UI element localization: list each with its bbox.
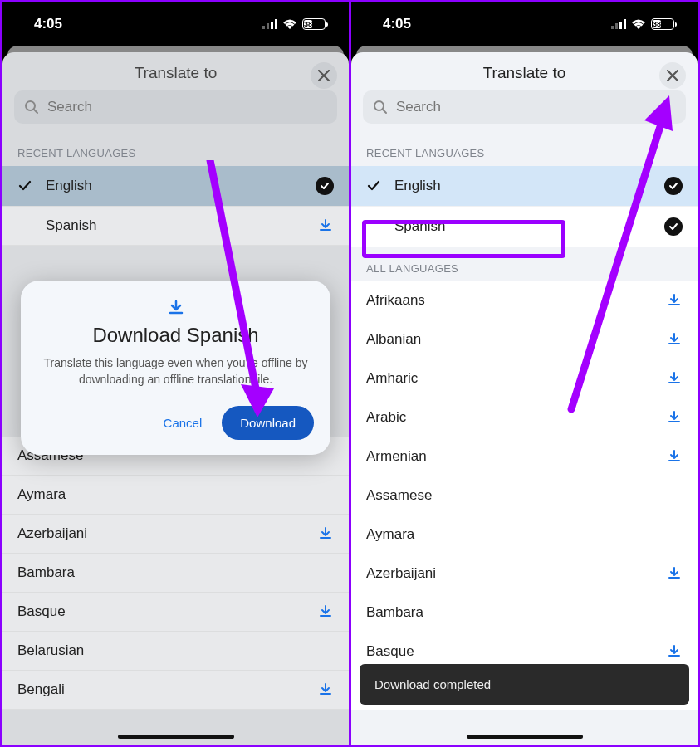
recent-list: English Spanish [2, 166, 349, 246]
list-item[interactable]: Aymara [2, 476, 349, 515]
svg-rect-8 [611, 26, 614, 29]
dialog-title: Download Spanish [37, 324, 314, 347]
list-item[interactable]: Amharic [351, 359, 698, 398]
download-icon[interactable] [666, 409, 683, 426]
svg-line-5 [34, 110, 37, 113]
search-input[interactable] [396, 99, 676, 115]
recent-section-label: RECENT LANGUAGES [2, 132, 349, 166]
wifi-icon [282, 19, 297, 30]
list-item-english[interactable]: English [2, 166, 349, 207]
sheet-title: Translate to [135, 64, 218, 82]
all-section-label: ALL LANGUAGES [351, 247, 698, 281]
wifi-icon [631, 19, 646, 30]
search-box[interactable] [363, 90, 686, 124]
language-sheet: Translate to RECENT LANGUAGES English [351, 52, 698, 745]
list-item[interactable]: Albanian [351, 320, 698, 359]
download-icon [37, 299, 314, 317]
download-icon[interactable] [317, 603, 334, 620]
svg-rect-9 [615, 23, 618, 29]
search-input[interactable] [47, 99, 327, 115]
sheet-header: Translate to [351, 52, 698, 90]
list-item-english[interactable]: English [351, 166, 698, 207]
status-icons: 38 [262, 18, 326, 30]
status-icons: 38 [611, 18, 674, 30]
list-item[interactable]: Afrikaans [351, 281, 698, 320]
check-icon [366, 178, 394, 193]
toast-text: Download completed [374, 677, 491, 691]
notch [475, 14, 575, 42]
check-icon [17, 178, 46, 193]
svg-rect-3 [275, 19, 277, 29]
list-item-spanish[interactable]: Spanish [2, 207, 349, 246]
download-icon[interactable] [317, 681, 334, 698]
list-item[interactable]: Bambara [2, 554, 349, 593]
toast: Download completed [360, 664, 689, 705]
download-icon[interactable] [666, 448, 683, 465]
home-indicator[interactable] [118, 735, 234, 739]
cancel-button[interactable]: Cancel [152, 408, 214, 438]
list-item[interactable]: Arabic [351, 398, 698, 437]
download-icon[interactable] [666, 643, 683, 660]
download-icon[interactable] [666, 565, 683, 582]
language-label: English [46, 178, 316, 194]
svg-rect-11 [624, 19, 626, 29]
svg-rect-10 [619, 22, 622, 29]
close-icon [667, 70, 678, 81]
list-item[interactable]: Armenian [351, 437, 698, 476]
search-box[interactable] [14, 90, 337, 124]
list-item[interactable]: Azerbaijani [351, 554, 698, 593]
list-item[interactable]: Aymara [351, 515, 698, 554]
download-button[interactable]: Download [222, 406, 314, 440]
status-time: 4:05 [34, 16, 62, 32]
recent-list: English Spanish [351, 166, 698, 247]
close-icon [318, 70, 330, 81]
search-icon [24, 100, 39, 115]
search-icon [373, 100, 388, 115]
close-button[interactable] [659, 62, 686, 89]
list-item[interactable]: Basque [2, 593, 349, 632]
svg-rect-0 [262, 26, 265, 29]
download-icon[interactable] [317, 525, 334, 542]
download-icon[interactable] [666, 331, 683, 348]
list-item[interactable]: Assamese [351, 476, 698, 515]
phone-screenshot-left: 4:05 38 Translate to [2, 2, 349, 745]
download-icon[interactable] [317, 217, 334, 234]
sheet-title: Translate to [483, 64, 566, 82]
download-dialog: Download Spanish Translate this language… [21, 281, 330, 455]
all-list: Assamese Aymara Azerbaijani Bambara Basq… [2, 437, 349, 710]
list-item[interactable]: Belarusian [2, 632, 349, 671]
battery-icon: 38 [302, 18, 326, 30]
close-button[interactable] [311, 62, 337, 89]
home-indicator[interactable] [467, 735, 583, 739]
downloaded-badge-icon [664, 177, 683, 195]
cellular-icon [611, 19, 626, 29]
language-label: Spanish [394, 218, 664, 235]
svg-rect-1 [267, 23, 269, 29]
list-item[interactable]: Bengali [2, 671, 349, 710]
svg-rect-2 [271, 22, 273, 29]
list-item[interactable]: Azerbaijani [2, 515, 349, 554]
svg-line-13 [383, 110, 386, 113]
phone-screenshot-right: 4:05 38 Translate to [351, 2, 698, 745]
language-label: Spanish [46, 217, 317, 234]
sheet-header: Translate to [2, 52, 349, 90]
language-label: English [394, 178, 664, 194]
cellular-icon [262, 19, 277, 29]
downloaded-badge-icon [664, 217, 683, 236]
battery-icon: 38 [651, 18, 674, 30]
download-icon[interactable] [666, 292, 683, 309]
dialog-body: Translate this language even when you're… [37, 355, 314, 388]
language-sheet: Translate to RECENT LANGUAGES English [2, 52, 349, 745]
downloaded-badge-icon [316, 177, 334, 195]
download-icon[interactable] [666, 370, 683, 387]
status-time: 4:05 [383, 16, 411, 32]
list-item-spanish[interactable]: Spanish [351, 207, 698, 247]
list-item[interactable]: Bambara [351, 593, 698, 632]
all-list: Afrikaans Albanian Amharic Arabic Armeni… [351, 281, 698, 710]
notch [126, 14, 226, 42]
recent-section-label: RECENT LANGUAGES [351, 132, 698, 166]
